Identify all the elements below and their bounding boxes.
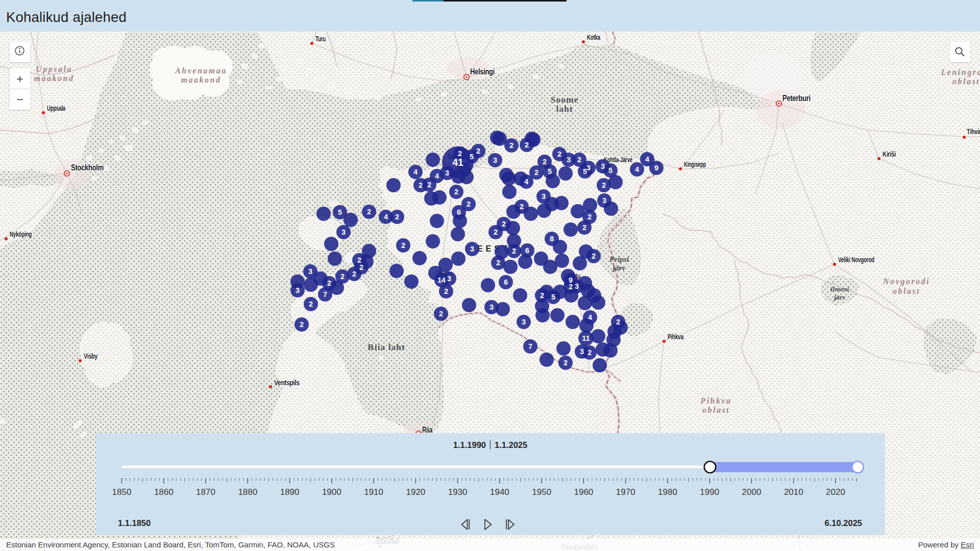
svg-text:oblast: oblast: [702, 406, 730, 414]
svg-text:7: 7: [323, 290, 327, 298]
svg-text:1920: 1920: [406, 487, 425, 497]
svg-text:2: 2: [401, 241, 405, 249]
svg-text:2: 2: [359, 263, 363, 271]
svg-text:Veliki Novgorod: Veliki Novgorod: [838, 256, 874, 264]
svg-text:Stockholm: Stockholm: [71, 163, 104, 172]
svg-text:1.1.1990: 1.1.1990: [453, 440, 486, 449]
svg-text:2: 2: [395, 213, 399, 221]
svg-text:1890: 1890: [280, 487, 300, 497]
svg-text:1980: 1980: [658, 487, 677, 497]
svg-text:3: 3: [567, 156, 571, 164]
svg-text:laht: laht: [556, 104, 573, 114]
svg-text:2: 2: [340, 272, 345, 281]
svg-text:3: 3: [445, 169, 449, 177]
svg-text:3: 3: [296, 286, 300, 294]
svg-text:5: 5: [608, 166, 612, 174]
svg-text:1860: 1860: [154, 487, 174, 497]
svg-text:3: 3: [586, 164, 591, 172]
svg-text:1910: 1910: [364, 487, 383, 497]
svg-text:2: 2: [427, 181, 431, 189]
svg-text:Novgorodi: Novgorodi: [883, 277, 930, 286]
svg-text:2: 2: [577, 156, 581, 164]
svg-text:2: 2: [569, 283, 573, 291]
svg-text:2: 2: [557, 150, 561, 158]
svg-text:Uppsala: Uppsala: [47, 104, 65, 112]
svg-text:3: 3: [522, 318, 526, 326]
svg-text:järv: järv: [833, 293, 846, 301]
svg-text:1950: 1950: [532, 487, 551, 497]
svg-text:Visby: Visby: [84, 352, 97, 360]
svg-text:1900: 1900: [322, 487, 341, 497]
svg-text:Ilmeni: Ilmeni: [830, 285, 849, 293]
svg-text:2: 2: [496, 259, 500, 267]
svg-text:2: 2: [512, 247, 516, 255]
svg-text:Kotka: Kotka: [587, 33, 600, 41]
svg-text:2: 2: [525, 141, 529, 149]
svg-text:järv: järv: [611, 263, 626, 272]
svg-text:41: 41: [452, 157, 463, 168]
svg-text:Ventspils: Ventspils: [274, 379, 300, 387]
svg-text:2: 2: [444, 287, 448, 295]
svg-text:3: 3: [447, 274, 451, 283]
svg-text:6.10.2025: 6.10.2025: [825, 518, 862, 528]
svg-text:1.1.2025: 1.1.2025: [495, 440, 527, 449]
svg-text:2010: 2010: [784, 487, 803, 497]
svg-text:Riia laht: Riia laht: [368, 342, 405, 352]
svg-text:1.1.1850: 1.1.1850: [118, 518, 151, 528]
svg-text:Kiriši: Kiriši: [883, 150, 896, 158]
svg-text:1960: 1960: [574, 487, 593, 497]
svg-text:2: 2: [534, 168, 538, 177]
svg-text:oblast: oblast: [952, 77, 980, 86]
svg-text:4: 4: [524, 178, 528, 186]
svg-text:Nyköping: Nyköping: [10, 230, 32, 238]
svg-text:2: 2: [439, 310, 443, 318]
svg-text:3: 3: [489, 303, 494, 311]
svg-text:5: 5: [470, 153, 474, 161]
svg-text:3: 3: [602, 196, 606, 205]
svg-text:4: 4: [588, 313, 592, 321]
svg-text:maakond: maakond: [181, 76, 222, 84]
svg-text:3: 3: [493, 156, 497, 164]
svg-text:2: 2: [564, 359, 568, 367]
svg-text:14: 14: [437, 276, 446, 284]
svg-text:2: 2: [352, 270, 356, 278]
svg-text:Turu: Turu: [315, 35, 326, 43]
svg-text:1990: 1990: [700, 487, 719, 497]
svg-text:6: 6: [457, 208, 461, 216]
svg-text:2: 2: [587, 213, 592, 221]
svg-text:3: 3: [308, 267, 312, 276]
svg-text:maakond: maakond: [34, 74, 75, 83]
svg-text:Uppsala: Uppsala: [36, 65, 72, 74]
svg-text:4: 4: [645, 155, 649, 163]
svg-text:5: 5: [551, 293, 555, 301]
svg-text:1850: 1850: [112, 487, 132, 497]
svg-text:1970: 1970: [616, 487, 635, 497]
svg-text:3: 3: [580, 347, 584, 356]
svg-text:Leningradi: Leningradi: [941, 68, 980, 77]
svg-text:Soome: Soome: [551, 94, 579, 105]
svg-text:2: 2: [540, 291, 544, 299]
svg-text:4: 4: [435, 172, 439, 180]
svg-text:4: 4: [413, 168, 418, 176]
svg-text:2: 2: [616, 318, 620, 326]
svg-text:Pihkva: Pihkva: [668, 333, 683, 341]
svg-text:2: 2: [543, 158, 547, 166]
svg-text:2: 2: [300, 320, 304, 329]
svg-text:2: 2: [520, 203, 524, 211]
svg-text:2: 2: [309, 300, 313, 308]
svg-text:Peterburi: Peterburi: [782, 93, 811, 103]
svg-text:11: 11: [582, 334, 590, 342]
svg-text:Tihvin: Tihvin: [967, 128, 980, 136]
svg-text:2: 2: [582, 223, 586, 232]
svg-text:1930: 1930: [448, 487, 468, 497]
svg-text:2: 2: [587, 348, 592, 357]
svg-text:Pihkva: Pihkva: [700, 396, 731, 405]
svg-text:2: 2: [494, 228, 498, 236]
svg-text:2: 2: [467, 200, 471, 208]
svg-text:2: 2: [454, 188, 458, 196]
svg-text:1940: 1940: [490, 487, 509, 497]
svg-text:9: 9: [654, 164, 658, 172]
svg-text:2: 2: [476, 147, 480, 155]
svg-text:6: 6: [525, 246, 529, 255]
svg-text:Ahvenamaa: Ahvenamaa: [175, 66, 227, 75]
